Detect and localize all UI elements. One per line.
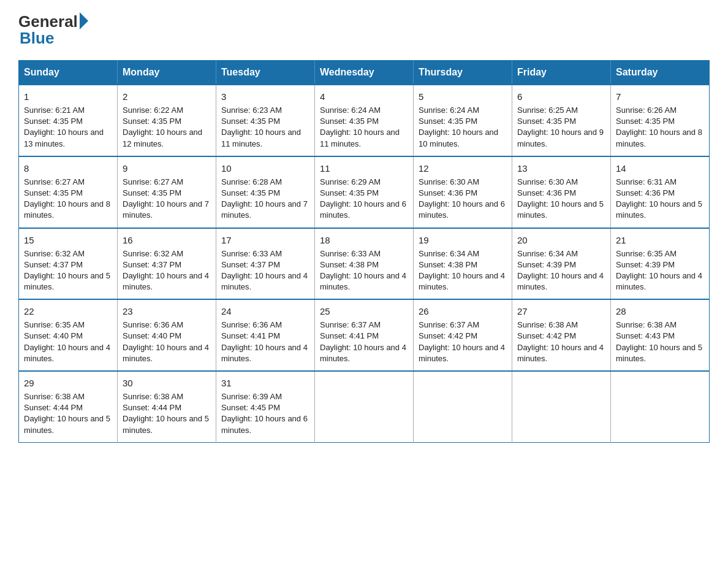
day-info: Sunrise: 6:35 AMSunset: 4:39 PMDaylight:… <box>616 249 702 292</box>
day-info: Sunrise: 6:23 AMSunset: 4:35 PMDaylight:… <box>221 105 301 148</box>
table-row: 7Sunrise: 6:26 AMSunset: 4:35 PMDaylight… <box>611 85 710 156</box>
day-info: Sunrise: 6:35 AMSunset: 4:40 PMDaylight:… <box>24 320 110 363</box>
header-tuesday: Tuesday <box>216 61 315 85</box>
day-info: Sunrise: 6:36 AMSunset: 4:41 PMDaylight:… <box>221 320 308 363</box>
header-thursday: Thursday <box>414 61 512 85</box>
table-row: 1Sunrise: 6:21 AMSunset: 4:35 PMDaylight… <box>19 85 118 156</box>
header-monday: Monday <box>118 61 216 85</box>
calendar-week-row: 8Sunrise: 6:27 AMSunset: 4:35 PMDaylight… <box>19 156 710 228</box>
table-row: 10Sunrise: 6:28 AMSunset: 4:35 PMDayligh… <box>216 156 315 228</box>
table-row: 21Sunrise: 6:35 AMSunset: 4:39 PMDayligh… <box>611 228 710 300</box>
day-info: Sunrise: 6:27 AMSunset: 4:35 PMDaylight:… <box>123 177 209 220</box>
table-row: 12Sunrise: 6:30 AMSunset: 4:36 PMDayligh… <box>414 156 512 228</box>
day-number: 31 <box>221 377 309 389</box>
table-row: 14Sunrise: 6:31 AMSunset: 4:36 PMDayligh… <box>611 156 710 228</box>
table-row: 15Sunrise: 6:32 AMSunset: 4:37 PMDayligh… <box>19 228 118 300</box>
logo: General Blue <box>18 12 88 48</box>
day-info: Sunrise: 6:26 AMSunset: 4:35 PMDaylight:… <box>616 105 702 148</box>
day-number: 27 <box>517 305 605 318</box>
day-number: 9 <box>123 162 211 175</box>
table-row <box>414 371 512 442</box>
day-number: 7 <box>616 90 704 103</box>
day-number: 10 <box>221 162 309 175</box>
header-saturday: Saturday <box>611 61 710 85</box>
table-row <box>315 371 414 442</box>
header-sunday: Sunday <box>19 61 118 85</box>
table-row: 20Sunrise: 6:34 AMSunset: 4:39 PMDayligh… <box>512 228 611 300</box>
day-info: Sunrise: 6:37 AMSunset: 4:41 PMDaylight:… <box>320 320 406 363</box>
table-row: 8Sunrise: 6:27 AMSunset: 4:35 PMDaylight… <box>19 156 118 228</box>
header-wednesday: Wednesday <box>315 61 414 85</box>
day-number: 20 <box>517 234 605 247</box>
day-number: 5 <box>419 90 507 103</box>
table-row: 27Sunrise: 6:38 AMSunset: 4:42 PMDayligh… <box>512 299 611 371</box>
day-number: 8 <box>24 162 112 175</box>
day-number: 6 <box>517 90 605 103</box>
table-row: 31Sunrise: 6:39 AMSunset: 4:45 PMDayligh… <box>216 371 315 442</box>
calendar-week-row: 29Sunrise: 6:38 AMSunset: 4:44 PMDayligh… <box>19 371 710 442</box>
day-info: Sunrise: 6:39 AMSunset: 4:45 PMDaylight:… <box>221 392 308 435</box>
day-info: Sunrise: 6:32 AMSunset: 4:37 PMDaylight:… <box>123 249 209 292</box>
day-number: 12 <box>419 162 507 175</box>
day-info: Sunrise: 6:24 AMSunset: 4:35 PMDaylight:… <box>320 105 400 148</box>
day-number: 28 <box>616 305 704 318</box>
table-row: 18Sunrise: 6:33 AMSunset: 4:38 PMDayligh… <box>315 228 414 300</box>
day-number: 21 <box>616 234 704 247</box>
header-friday: Friday <box>512 61 611 85</box>
table-row: 11Sunrise: 6:29 AMSunset: 4:35 PMDayligh… <box>315 156 414 228</box>
table-row: 19Sunrise: 6:34 AMSunset: 4:38 PMDayligh… <box>414 228 512 300</box>
table-row: 29Sunrise: 6:38 AMSunset: 4:44 PMDayligh… <box>19 371 118 442</box>
table-row: 5Sunrise: 6:24 AMSunset: 4:35 PMDaylight… <box>414 85 512 156</box>
table-row: 13Sunrise: 6:30 AMSunset: 4:36 PMDayligh… <box>512 156 611 228</box>
day-info: Sunrise: 6:37 AMSunset: 4:42 PMDaylight:… <box>419 320 505 363</box>
day-info: Sunrise: 6:25 AMSunset: 4:35 PMDaylight:… <box>517 105 604 148</box>
day-number: 11 <box>320 162 408 175</box>
table-row: 23Sunrise: 6:36 AMSunset: 4:40 PMDayligh… <box>118 299 216 371</box>
day-number: 29 <box>24 377 112 389</box>
calendar-week-row: 15Sunrise: 6:32 AMSunset: 4:37 PMDayligh… <box>19 228 710 300</box>
day-info: Sunrise: 6:38 AMSunset: 4:42 PMDaylight:… <box>517 320 604 363</box>
calendar-table: Sunday Monday Tuesday Wednesday Thursday… <box>18 60 710 443</box>
day-info: Sunrise: 6:34 AMSunset: 4:39 PMDaylight:… <box>517 249 604 292</box>
day-info: Sunrise: 6:30 AMSunset: 4:36 PMDaylight:… <box>517 177 604 220</box>
day-number: 17 <box>221 234 309 247</box>
day-info: Sunrise: 6:33 AMSunset: 4:38 PMDaylight:… <box>320 249 406 292</box>
day-number: 23 <box>123 305 211 318</box>
day-info: Sunrise: 6:38 AMSunset: 4:44 PMDaylight:… <box>24 392 110 435</box>
day-info: Sunrise: 6:31 AMSunset: 4:36 PMDaylight:… <box>616 177 702 220</box>
day-info: Sunrise: 6:28 AMSunset: 4:35 PMDaylight:… <box>221 177 308 220</box>
table-row <box>611 371 710 442</box>
day-info: Sunrise: 6:24 AMSunset: 4:35 PMDaylight:… <box>419 105 498 148</box>
day-number: 3 <box>221 90 309 103</box>
day-info: Sunrise: 6:36 AMSunset: 4:40 PMDaylight:… <box>123 320 209 363</box>
table-row: 28Sunrise: 6:38 AMSunset: 4:43 PMDayligh… <box>611 299 710 371</box>
table-row: 26Sunrise: 6:37 AMSunset: 4:42 PMDayligh… <box>414 299 512 371</box>
day-number: 19 <box>419 234 507 247</box>
day-info: Sunrise: 6:34 AMSunset: 4:38 PMDaylight:… <box>419 249 505 292</box>
day-info: Sunrise: 6:38 AMSunset: 4:43 PMDaylight:… <box>616 320 702 363</box>
table-row: 2Sunrise: 6:22 AMSunset: 4:35 PMDaylight… <box>118 85 216 156</box>
logo-blue-text: Blue <box>20 29 54 48</box>
calendar-header-row: Sunday Monday Tuesday Wednesday Thursday… <box>19 61 710 85</box>
day-number: 1 <box>24 90 112 103</box>
day-info: Sunrise: 6:32 AMSunset: 4:37 PMDaylight:… <box>24 249 110 292</box>
day-number: 15 <box>24 234 112 247</box>
day-number: 26 <box>419 305 507 318</box>
day-info: Sunrise: 6:22 AMSunset: 4:35 PMDaylight:… <box>123 105 202 148</box>
table-row: 16Sunrise: 6:32 AMSunset: 4:37 PMDayligh… <box>118 228 216 300</box>
day-info: Sunrise: 6:29 AMSunset: 4:35 PMDaylight:… <box>320 177 406 220</box>
calendar-week-row: 22Sunrise: 6:35 AMSunset: 4:40 PMDayligh… <box>19 299 710 371</box>
day-info: Sunrise: 6:33 AMSunset: 4:37 PMDaylight:… <box>221 249 308 292</box>
table-row: 4Sunrise: 6:24 AMSunset: 4:35 PMDaylight… <box>315 85 414 156</box>
day-info: Sunrise: 6:27 AMSunset: 4:35 PMDaylight:… <box>24 177 110 220</box>
table-row: 9Sunrise: 6:27 AMSunset: 4:35 PMDaylight… <box>118 156 216 228</box>
day-number: 25 <box>320 305 408 318</box>
table-row <box>512 371 611 442</box>
day-number: 2 <box>123 90 211 103</box>
logo-triangle-icon <box>80 12 88 29</box>
day-number: 14 <box>616 162 704 175</box>
table-row: 24Sunrise: 6:36 AMSunset: 4:41 PMDayligh… <box>216 299 315 371</box>
day-number: 22 <box>24 305 112 318</box>
table-row: 22Sunrise: 6:35 AMSunset: 4:40 PMDayligh… <box>19 299 118 371</box>
day-info: Sunrise: 6:30 AMSunset: 4:36 PMDaylight:… <box>419 177 505 220</box>
